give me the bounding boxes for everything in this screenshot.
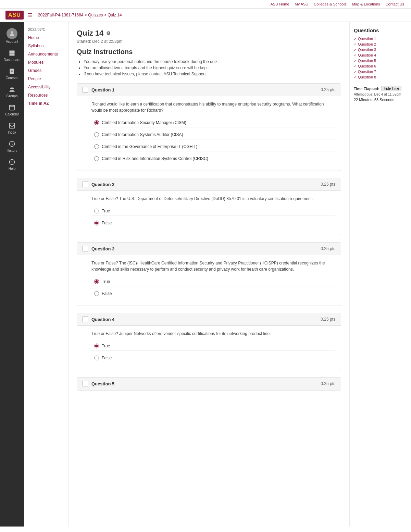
question-link-label-4: Question 4 xyxy=(358,53,376,57)
check-icon-5: ✓ xyxy=(354,59,357,63)
inbox-icon xyxy=(8,122,16,130)
colleges-schools-link[interactable]: Colleges & Schools xyxy=(314,2,346,6)
radio-1-2[interactable] xyxy=(94,132,99,137)
answer-1-2[interactable]: Certified Information Systems Auditor (C… xyxy=(91,130,335,139)
question-checkbox-2[interactable] xyxy=(83,182,88,187)
answer-3-2[interactable]: False xyxy=(91,289,335,298)
question-block-3: Question 3 0.25 pts True or False? The (… xyxy=(77,242,341,306)
question-link-6[interactable]: ✓ Question 6 xyxy=(354,64,407,68)
question-link-1[interactable]: ✓ Question 1 xyxy=(354,37,407,41)
course-nav-home[interactable]: Home xyxy=(24,34,68,42)
question-checkbox-5[interactable] xyxy=(83,381,88,386)
time-elapsed-section: Time Elapsed: Hide Time Attempt due: Dec… xyxy=(354,86,407,102)
course-nav-grades[interactable]: Grades xyxy=(24,66,68,75)
answer-2-1[interactable]: True xyxy=(91,207,335,216)
question-title-4: Question 4 xyxy=(91,317,114,322)
question-link-3[interactable]: ✓ Question 3 xyxy=(354,48,407,52)
svg-point-8 xyxy=(10,87,12,89)
sidebar-item-history[interactable]: History xyxy=(0,137,24,155)
radio-2-1[interactable] xyxy=(94,209,99,213)
course-nav-modules[interactable]: Modules xyxy=(24,58,68,66)
instruction-2: You are allowed two attempts and the hig… xyxy=(84,65,341,70)
quiz-instructions-list: You may use your personal notes and the … xyxy=(84,59,341,76)
radio-4-2[interactable] xyxy=(94,356,99,360)
header-bar: ASU ☰ 2022Fall-P4-1381-71684 > Quizzes >… xyxy=(0,9,411,22)
sidebar-label-dashboard: Dashboard xyxy=(4,58,21,62)
radio-4-1[interactable] xyxy=(94,344,99,348)
sidebar-label-help: Help xyxy=(9,167,16,171)
question-checkbox-3[interactable] xyxy=(83,246,88,251)
question-link-4[interactable]: ✓ Question 4 xyxy=(354,53,407,57)
course-nav-syllabus[interactable]: Syllabus xyxy=(24,42,68,50)
radio-1-4[interactable] xyxy=(94,156,99,161)
question-link-7[interactable]: ✓ Question 7 xyxy=(354,70,407,74)
question-title-5: Question 5 xyxy=(91,381,114,386)
question-link-8[interactable]: ✓ Question 8 xyxy=(354,75,407,79)
question-pts-4: 0.25 pts xyxy=(321,317,335,322)
question-link-5[interactable]: ✓ Question 5 xyxy=(354,59,407,63)
radio-1-1[interactable] xyxy=(94,120,99,125)
radio-1-3[interactable] xyxy=(94,144,99,149)
course-nav: 2022/07/C Home Syllabus Announcements Mo… xyxy=(24,22,68,527)
hide-time-button[interactable]: Hide Time xyxy=(381,86,401,91)
sidebar-item-dashboard[interactable]: Dashboard xyxy=(0,46,24,64)
question-header-left-1: Question 1 xyxy=(83,87,114,92)
sidebar-item-calendar[interactable]: Calendar xyxy=(0,101,24,119)
questions-panel-title: Questions xyxy=(354,27,407,33)
course-code: 2022/07/C xyxy=(24,25,68,34)
radio-3-1[interactable] xyxy=(94,279,99,284)
check-icon-8: ✓ xyxy=(354,75,357,79)
radio-2-2[interactable] xyxy=(94,221,99,225)
question-header-4: Question 4 0.25 pts xyxy=(77,313,341,326)
sidebar-item-inbox[interactable]: Inbox xyxy=(0,119,24,137)
my-asu-link[interactable]: My ASU xyxy=(295,2,309,6)
answer-1-4[interactable]: Certified in Risk and Information System… xyxy=(91,154,335,163)
question-header-2: Question 2 0.25 pts xyxy=(77,178,341,191)
course-nav-people[interactable]: People xyxy=(24,75,68,83)
sidebar-item-courses[interactable]: Courses xyxy=(0,64,24,83)
svg-rect-10 xyxy=(10,105,15,110)
radio-3-2[interactable] xyxy=(94,291,99,296)
question-checkbox-1[interactable] xyxy=(83,87,88,92)
asu-logo: ASU xyxy=(5,11,24,20)
course-nav-resources[interactable]: Resources xyxy=(24,91,68,99)
question-links-container: ✓ Question 1 ✓ Question 2 ✓ Question 3 ✓… xyxy=(354,37,407,81)
svg-text:?: ? xyxy=(11,160,13,164)
check-icon-7: ✓ xyxy=(354,70,357,74)
question-text-3: True or False? The (ISC)² HealthCare Cer… xyxy=(91,260,335,272)
question-block-4: Question 4 0.25 pts True or False? Junip… xyxy=(77,313,341,370)
quiz-title: Quiz 14 ⚙ xyxy=(77,29,341,38)
course-nav-announcements[interactable]: Announcements xyxy=(24,50,68,58)
map-locations-link[interactable]: Map & Locations xyxy=(352,2,380,6)
question-text-2: True or False? The U.S. Department of De… xyxy=(91,196,335,202)
answer-2-2[interactable]: False xyxy=(91,219,335,227)
asu-home-link[interactable]: ASU Home xyxy=(270,2,289,6)
course-nav-time-in-az[interactable]: Time in AZ xyxy=(24,99,68,108)
breadcrumb-link[interactable]: 2022Fall-P4-1381-71684 > Quizzes > Quiz … xyxy=(38,13,122,17)
question-link-label-1: Question 1 xyxy=(358,37,376,41)
answer-3-1[interactable]: True xyxy=(91,277,335,286)
answer-4-1[interactable]: True xyxy=(91,342,335,351)
instruction-3: If you have technical issues, please con… xyxy=(84,72,341,76)
course-nav-accessibility[interactable]: Accessibility xyxy=(24,83,68,91)
question-link-label-5: Question 5 xyxy=(358,59,376,63)
question-body-1: Richard would like to earn a certificati… xyxy=(77,96,341,171)
answer-4-2[interactable]: False xyxy=(91,354,335,362)
answer-1-1[interactable]: Certified Information Security Manager (… xyxy=(91,118,335,127)
hamburger-icon[interactable]: ☰ xyxy=(28,12,33,18)
sidebar-item-help[interactable]: ? Help xyxy=(0,155,24,173)
question-link-2[interactable]: ✓ Question 2 xyxy=(354,42,407,46)
quiz-settings-icon[interactable]: ⚙ xyxy=(106,30,111,36)
answer-1-3[interactable]: Certified in the Governance of Enterpris… xyxy=(91,142,335,151)
question-checkbox-4[interactable] xyxy=(83,317,88,322)
answer-label-3-2: False xyxy=(102,291,112,296)
quiz-started: Started: Dec 2 at 2:53pm xyxy=(77,39,341,44)
check-icon-2: ✓ xyxy=(354,42,357,46)
svg-point-0 xyxy=(11,31,13,34)
right-panel: Questions ✓ Question 1 ✓ Question 2 ✓ Qu… xyxy=(349,22,411,527)
answer-label-1-4: Certified in Risk and Information System… xyxy=(102,156,208,161)
contact-us-link[interactable]: Contact Us xyxy=(386,2,404,6)
question-header-left-2: Question 2 xyxy=(83,182,114,187)
sidebar-item-account[interactable]: Account xyxy=(0,25,24,46)
sidebar-item-groups[interactable]: Groups xyxy=(0,83,24,101)
